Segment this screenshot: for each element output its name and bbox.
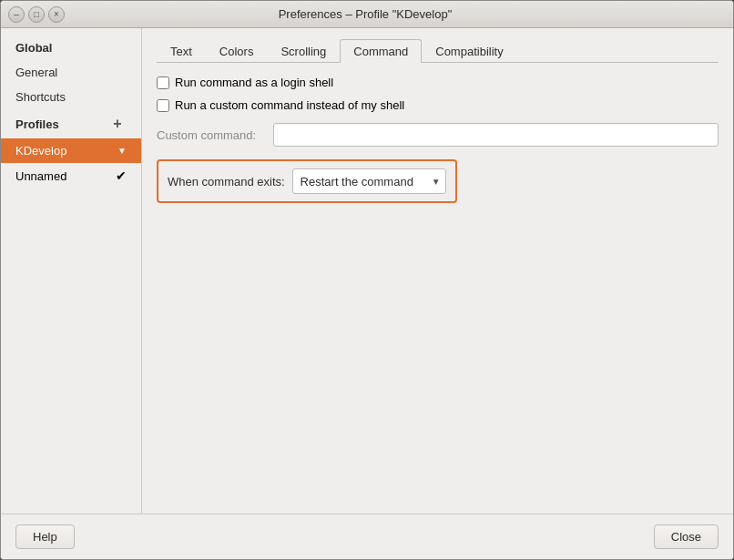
titlebar-controls: – □ × xyxy=(8,6,65,23)
sidebar-shortcuts-label: Shortcuts xyxy=(15,90,66,104)
tab-text[interactable]: Text xyxy=(157,39,206,63)
tab-colors[interactable]: Colors xyxy=(206,39,268,63)
sidebar-item-kdevelop[interactable]: KDevelop ▼ xyxy=(1,138,141,163)
custom-command-input[interactable] xyxy=(273,123,719,147)
minimize-button[interactable]: – xyxy=(8,6,25,23)
when-exits-select[interactable]: Restart the command Exit the terminal Ho… xyxy=(292,168,446,194)
run-custom-row: Run a custom command instead of my shell xyxy=(157,98,719,112)
custom-command-label: Custom command: xyxy=(157,128,266,142)
sidebar-unnamed-label: Unnamed xyxy=(15,169,66,183)
sidebar-kdevelop-label: KDevelop xyxy=(15,144,66,158)
run-as-login-label: Run command as a login shell xyxy=(175,76,333,89)
help-button[interactable]: Help xyxy=(15,524,75,549)
preferences-window: – □ × Preferences – Profile "KDevelop" G… xyxy=(0,0,734,560)
bottom-bar: Help Close xyxy=(1,514,733,559)
window-title: Preferences – Profile "KDevelop" xyxy=(65,7,666,21)
when-command-exits-row: When command exits: Restart the command … xyxy=(157,159,457,203)
sidebar-item-global[interactable]: Global xyxy=(1,36,141,60)
sidebar-item-shortcuts[interactable]: Shortcuts xyxy=(1,85,141,109)
close-dialog-button[interactable]: Close xyxy=(654,524,719,549)
sidebar-profiles-row: Profiles + xyxy=(1,109,141,138)
sidebar-global-label: Global xyxy=(15,41,52,55)
add-profile-button[interactable]: + xyxy=(108,115,127,133)
sidebar: Global General Shortcuts Profiles + KDev… xyxy=(1,28,142,514)
sidebar-item-general[interactable]: General xyxy=(1,60,141,85)
sidebar-general-label: General xyxy=(15,66,57,79)
custom-command-row: Custom command: xyxy=(157,123,719,147)
unnamed-check-icon: ✔ xyxy=(116,168,127,183)
tab-bar: Text Colors Scrolling Command Compatibil… xyxy=(157,39,719,63)
sidebar-item-unnamed[interactable]: Unnamed ✔ xyxy=(1,163,141,188)
window-body: Global General Shortcuts Profiles + KDev… xyxy=(1,28,733,514)
close-button[interactable]: × xyxy=(48,6,65,23)
run-as-login-row: Run command as a login shell xyxy=(157,76,719,89)
kdevelop-arrow-icon: ▼ xyxy=(117,146,127,156)
tab-command[interactable]: Command xyxy=(340,39,422,63)
sidebar-profiles-label: Profiles xyxy=(15,117,59,131)
run-as-login-checkbox[interactable] xyxy=(157,76,169,89)
maximize-button[interactable]: □ xyxy=(28,6,45,23)
titlebar: – □ × Preferences – Profile "KDevelop" xyxy=(1,1,733,28)
when-exits-label: When command exits: xyxy=(168,175,285,188)
main-content: Text Colors Scrolling Command Compatibil… xyxy=(142,28,733,514)
when-exits-select-wrap: Restart the command Exit the terminal Ho… xyxy=(292,168,446,194)
command-tab-content: Run command as a login shell Run a custo… xyxy=(157,76,719,503)
tab-compatibility[interactable]: Compatibility xyxy=(422,39,516,63)
tab-scrolling[interactable]: Scrolling xyxy=(267,39,340,63)
run-custom-label: Run a custom command instead of my shell xyxy=(175,98,404,112)
run-custom-checkbox[interactable] xyxy=(157,99,169,112)
